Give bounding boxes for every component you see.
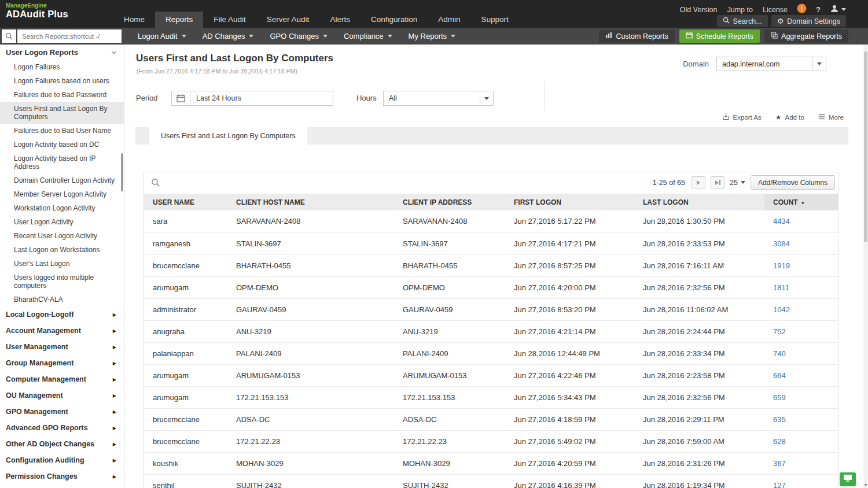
column-header-user-name[interactable]: USER NAME [144, 194, 227, 210]
report-search-input[interactable] [17, 29, 122, 43]
top-link-jump-to[interactable]: Jump to [727, 6, 752, 14]
sidebar-section-account-management[interactable]: Account Management▶ [0, 323, 124, 339]
nav-item-server-audit[interactable]: Server Audit [256, 12, 320, 28]
top-link-license[interactable]: License [763, 6, 788, 14]
page-scrollbar[interactable] [863, 45, 868, 488]
menu-my-reports[interactable]: My Reports [400, 28, 464, 45]
sidebar-item-user-logon-activity[interactable]: User Logon Activity [0, 215, 124, 229]
sidebar-section-header[interactable]: User Logon Reports [0, 45, 124, 60]
add-remove-columns-button[interactable]: Add/Remove Columns [751, 175, 835, 190]
last-page-button[interactable] [711, 176, 724, 188]
sidebar-item-user-s-last-logon[interactable]: User's Last Logon [0, 257, 124, 271]
menu-label: Compliance [344, 32, 384, 40]
search-icon[interactable] [2, 29, 16, 43]
add-to-button[interactable]: ★ Add to [775, 114, 804, 121]
calendar-icon-button[interactable] [171, 91, 190, 106]
sidebar-section-other-ad-object-changes[interactable]: Other AD Object Changes▶ [0, 436, 124, 452]
custom-reports-button[interactable]: Custom Reports [599, 29, 674, 43]
hours-select[interactable]: All [383, 91, 494, 106]
nav-item-home[interactable]: Home [113, 12, 155, 28]
sidebar-section-gpo-management[interactable]: GPO Management▶ [0, 404, 124, 420]
nav-item-file-audit[interactable]: File Audit [203, 12, 256, 28]
sidebar-item-logon-failures-based-on-users[interactable]: Logon Failures based on users [0, 74, 124, 88]
top-link-old-version[interactable]: Old Version [680, 6, 718, 14]
sidebar-section-configuration-auditing[interactable]: Configuration Auditing▶ [0, 452, 124, 468]
sidebar-item-users-first-and-last-logon-by-computers[interactable]: Users First and Last Logon By Computers [0, 102, 124, 124]
nav-item-reports[interactable]: Reports [155, 12, 203, 28]
menu-gpo-changes[interactable]: GPO Changes [262, 28, 336, 45]
sidebar-item-member-server-logon-activity[interactable]: Member Server Logon Activity [0, 187, 124, 201]
nav-item-configuration[interactable]: Configuration [361, 12, 428, 28]
count-link[interactable]: 3084 [773, 239, 790, 248]
section-label: Configuration Auditing [6, 456, 84, 464]
column-label: LAST LOGON [643, 198, 689, 206]
scrollbar-thumb[interactable] [864, 51, 867, 242]
count-link[interactable]: 1919 [773, 261, 790, 270]
domain-settings-button[interactable]: ⚙ Domain Settings [771, 15, 846, 27]
sidebar-section-ou-management[interactable]: OU Management▶ [0, 387, 124, 404]
column-header-last-logon[interactable]: LAST LOGON [634, 194, 764, 210]
section-label: Permission Changes [6, 472, 78, 480]
app-logo[interactable]: ManageEngine ADAudit Plus [6, 2, 68, 20]
count-link[interactable]: 628 [773, 437, 786, 446]
export-as-button[interactable]: Export As [722, 113, 762, 121]
sidebar-item-domain-controller-logon-activity[interactable]: Domain Controller Logon Activity [0, 173, 124, 187]
sidebar-item-logon-activity-based-on-ip-address[interactable]: Logon Activity based on IP Address [0, 151, 124, 173]
count-link[interactable]: 127 [773, 481, 786, 488]
next-page-button[interactable] [692, 176, 705, 188]
sidebar-section-local-logon-logoff[interactable]: Local Logon-Logoff▶ [0, 306, 124, 323]
count-link[interactable]: 1811 [773, 283, 789, 292]
nav-item-alerts[interactable]: Alerts [319, 12, 361, 28]
more-button[interactable]: More [818, 114, 844, 121]
column-header-client-host-name[interactable]: CLIENT HOST NAME [227, 194, 394, 210]
sidebar-item-workstation-logon-activity[interactable]: Workstation Logon Activity [0, 201, 124, 215]
sidebar-section-permission-changes[interactable]: Permission Changes▶ [0, 468, 124, 485]
sidebar-item-last-logon-on-workstations[interactable]: Last Logon on Workstations [0, 243, 124, 257]
count-link[interactable]: 752 [773, 327, 786, 336]
menu-compliance[interactable]: Compliance [336, 28, 400, 45]
nav-item-admin[interactable]: Admin [428, 12, 470, 28]
last-logon-cell: Jun 28,2016 7:59:00 AM [634, 430, 764, 452]
sidebar-section-computer-management[interactable]: Computer Management▶ [0, 371, 124, 387]
sidebar-section-dns-changes[interactable]: DNS Changes▶ [0, 485, 124, 488]
page-size-select[interactable]: 25 [730, 179, 745, 187]
sidebar-item-recent-user-logon-activity[interactable]: Recent User Logon Activity [0, 229, 124, 243]
help-icon[interactable]: ? [816, 5, 821, 14]
user-menu[interactable] [830, 4, 846, 16]
sidebar-section-user-management[interactable]: User Management▶ [0, 339, 124, 355]
table-row: koushikMOHAN-3029MOHAN-3029Jun 27,2016 4… [144, 452, 838, 474]
sidebar-section-group-management[interactable]: Group Management▶ [0, 355, 124, 371]
count-link[interactable]: 664 [773, 371, 786, 380]
sidebar-item-logon-failures[interactable]: Logon Failures [0, 60, 124, 74]
menu-logon-audit[interactable]: Logon Audit [130, 28, 194, 45]
column-header-first-logon[interactable]: FIRST LOGON [505, 194, 634, 210]
sidebar-item-bharathcv-ala[interactable]: BharathCV-ALA [0, 293, 124, 306]
domain-select[interactable]: adap.internal.com [716, 57, 826, 71]
count-link[interactable]: 635 [773, 415, 786, 424]
column-header-count[interactable]: COUNT▾ [764, 194, 838, 210]
count-link[interactable]: 740 [773, 349, 786, 358]
sidebar-item-failures-due-to-bad-password[interactable]: Failures due to Bad Password [0, 88, 124, 102]
notification-icon[interactable] [797, 3, 807, 16]
sidebar-item-failures-due-to-bad-user-name[interactable]: Failures due to Bad User Name [0, 124, 124, 138]
sidebar-item-logon-activity-based-on-dc[interactable]: Logon Activity based on DC [0, 138, 124, 151]
count-link[interactable]: 659 [773, 393, 786, 402]
column-header-client-ip-address[interactable]: CLIENT IP ADDRESS [394, 194, 505, 210]
chat-button[interactable] [840, 472, 856, 486]
scroll-down-icon[interactable] [864, 484, 867, 486]
nav-item-support[interactable]: Support [470, 12, 518, 28]
sidebar-item-users-logged-into-multiple-computers[interactable]: Users logged into multiple computers [0, 271, 124, 293]
aggregate-reports-label: Aggregate Reports [781, 32, 842, 40]
period-input[interactable] [190, 91, 333, 106]
search-button[interactable]: Search... [717, 15, 768, 27]
sidebar-section-advanced-gpo-reports[interactable]: Advanced GPO Reports▶ [0, 420, 124, 436]
schedule-reports-button[interactable]: Schedule Reports [679, 29, 760, 43]
count-link[interactable]: 367 [773, 459, 786, 468]
tab-users-first-and-last-logon[interactable]: Users First and Last Logon By Computers [149, 127, 307, 145]
count-link[interactable]: 1042 [773, 305, 790, 314]
table-search-icon[interactable] [151, 178, 160, 189]
menu-ad-changes[interactable]: AD Changes [194, 28, 262, 45]
aggregate-reports-button[interactable]: Aggregate Reports [764, 29, 848, 43]
count-link[interactable]: 4434 [773, 217, 790, 225]
sidebar-scrollbar[interactable] [121, 153, 123, 191]
